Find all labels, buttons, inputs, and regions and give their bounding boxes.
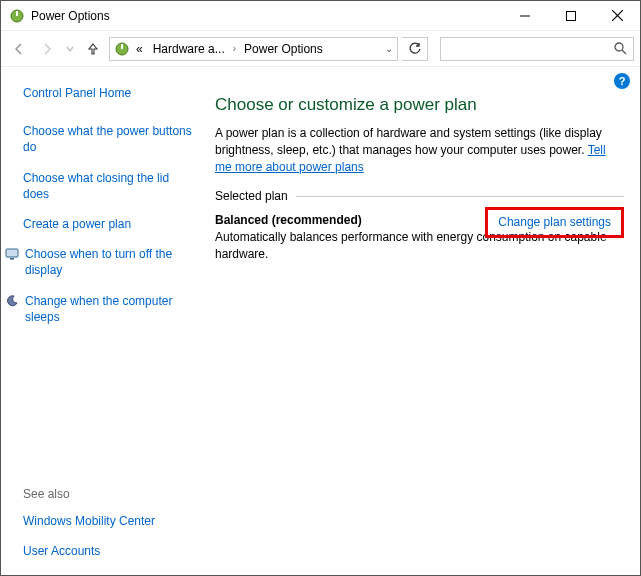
control-panel-home-link[interactable]: Control Panel Home xyxy=(23,85,197,101)
maximize-button[interactable] xyxy=(548,1,594,31)
forward-button[interactable] xyxy=(35,37,59,61)
window-buttons xyxy=(502,1,640,31)
sidebar-link-power-buttons[interactable]: Choose what the power buttons do xyxy=(23,123,197,155)
breadcrumb-power-options[interactable]: Power Options xyxy=(240,42,327,56)
titlebar: Power Options xyxy=(1,1,640,31)
back-button[interactable] xyxy=(7,37,31,61)
window-title: Power Options xyxy=(31,9,502,23)
window: Power Options xyxy=(0,0,641,576)
monitor-icon xyxy=(5,247,19,261)
description-text: A power plan is a collection of hardware… xyxy=(215,126,602,157)
search-input[interactable] xyxy=(440,37,634,61)
breadcrumb-dropdown-icon[interactable]: ⌄ xyxy=(379,43,393,54)
divider xyxy=(296,196,624,197)
power-options-icon xyxy=(9,8,25,24)
svg-rect-10 xyxy=(6,249,18,257)
see-also-mobility-center[interactable]: Windows Mobility Center xyxy=(23,513,197,529)
svg-point-8 xyxy=(615,43,623,51)
see-also-user-accounts[interactable]: User Accounts xyxy=(23,543,197,559)
content: Control Panel Home Choose what the power… xyxy=(1,67,640,575)
breadcrumb-hardware[interactable]: Hardware a... xyxy=(149,42,229,56)
svg-line-9 xyxy=(622,50,626,54)
selected-plan-label: Selected plan xyxy=(215,189,288,203)
breadcrumb-separator-icon[interactable]: › xyxy=(231,43,238,54)
moon-icon xyxy=(5,294,19,308)
plan-row: Balanced (recommended) Automatically bal… xyxy=(215,213,624,263)
sidebar-link-closing-lid[interactable]: Choose what closing the lid does xyxy=(23,170,197,202)
selected-plan-section: Selected plan xyxy=(215,189,624,203)
change-plan-settings-link[interactable]: Change plan settings xyxy=(498,215,611,229)
refresh-button[interactable] xyxy=(402,37,428,61)
sidebar-link-computer-sleeps[interactable]: Change when the computer sleeps xyxy=(25,293,197,325)
highlight-box: Change plan settings xyxy=(485,207,624,238)
page-heading: Choose or customize a power plan xyxy=(215,95,624,115)
search-icon xyxy=(614,42,627,55)
svg-rect-3 xyxy=(567,11,576,20)
help-icon[interactable]: ? xyxy=(614,73,630,89)
sidebar-link-create-plan[interactable]: Create a power plan xyxy=(23,216,197,232)
recent-dropdown[interactable] xyxy=(63,37,77,61)
svg-rect-11 xyxy=(10,258,14,260)
close-button[interactable] xyxy=(594,1,640,31)
minimize-button[interactable] xyxy=(502,1,548,31)
up-button[interactable] xyxy=(81,37,105,61)
sidebar-link-turn-off-display[interactable]: Choose when to turn off the display xyxy=(25,246,197,278)
address-bar[interactable]: « Hardware a... › Power Options ⌄ xyxy=(109,37,398,61)
svg-rect-1 xyxy=(16,11,18,16)
see-also-heading: See also xyxy=(23,487,197,501)
power-options-icon xyxy=(114,41,130,57)
navbar: « Hardware a... › Power Options ⌄ xyxy=(1,31,640,67)
sidebar: Control Panel Home Choose what the power… xyxy=(1,67,211,575)
breadcrumb-prefix[interactable]: « xyxy=(132,42,147,56)
svg-rect-7 xyxy=(121,44,123,49)
page-description: A power plan is a collection of hardware… xyxy=(215,125,624,175)
main-panel: ? Choose or customize a power plan A pow… xyxy=(211,67,640,575)
